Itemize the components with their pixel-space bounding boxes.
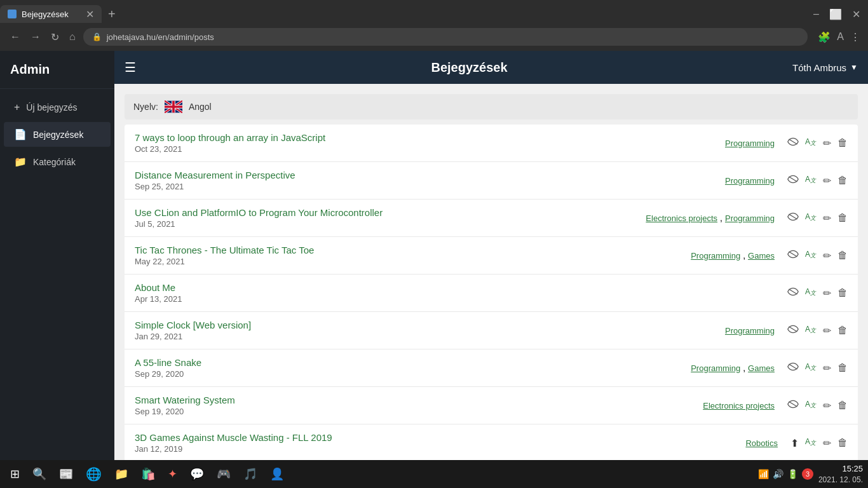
post-date: Sep 29, 2020: [135, 369, 683, 379]
visibility-icon[interactable]: [787, 137, 799, 149]
category-link[interactable]: Games: [748, 363, 775, 373]
tab-favicon: [8, 10, 17, 18]
refresh-button[interactable]: ↻: [48, 29, 62, 46]
system-tray-icons: 📶 🔊 🔋 3: [758, 468, 813, 480]
maximize-icon[interactable]: ⬜: [829, 8, 842, 20]
forward-button[interactable]: →: [28, 29, 43, 45]
category-link[interactable]: Electronics projects: [646, 214, 717, 223]
taskbar-spotify[interactable]: 🎵: [238, 464, 262, 484]
taskbar-search[interactable]: 🔍: [27, 464, 51, 484]
edit-icon[interactable]: ✏: [823, 175, 831, 187]
post-title[interactable]: Distance Measurement in Perspective: [135, 170, 295, 180]
post-date: Apr 13, 2021: [135, 294, 767, 304]
translate-icon[interactable]: A文: [805, 399, 817, 412]
taskbar-teams[interactable]: 👤: [265, 464, 289, 484]
browser-menu-icon[interactable]: ⋮: [850, 31, 860, 43]
category-link[interactable]: Robotics: [745, 438, 778, 448]
edit-icon[interactable]: ✏: [823, 400, 831, 412]
taskbar-figma[interactable]: ✦: [163, 464, 182, 484]
translate-icon[interactable]: A文: [805, 249, 817, 262]
new-post-icon: +: [14, 102, 20, 113]
translate-icon[interactable]: A文: [805, 437, 817, 449]
delete-icon[interactable]: 🗑: [837, 400, 848, 411]
edit-icon[interactable]: ✏: [823, 287, 831, 299]
translate-icon[interactable]: A文: [805, 174, 817, 187]
category-link[interactable]: Programming: [725, 139, 775, 148]
delete-icon[interactable]: 🗑: [837, 175, 848, 186]
edit-icon[interactable]: ✏: [823, 362, 831, 374]
sidebar-item-posts[interactable]: 📄 Bejegyzések: [4, 122, 111, 147]
post-title[interactable]: Simple Clock [Web version]: [135, 320, 251, 330]
sidebar: Admin + Új bejegyzés 📄 Bejegyzések 📁 Kat…: [0, 51, 114, 460]
svg-text:文: 文: [810, 402, 817, 409]
translate-icon[interactable]: A文: [805, 212, 817, 224]
new-tab-button[interactable]: +: [102, 7, 122, 22]
category-link[interactable]: Programming: [725, 176, 775, 186]
category-link[interactable]: Games: [748, 251, 775, 261]
tab-close-button[interactable]: ✕: [86, 8, 94, 20]
edit-icon[interactable]: ✏: [823, 325, 831, 337]
delete-icon[interactable]: 🗑: [837, 362, 848, 374]
visibility-icon[interactable]: [787, 287, 799, 299]
minimize-icon[interactable]: –: [813, 8, 819, 20]
delete-icon[interactable]: 🗑: [837, 437, 848, 449]
post-title[interactable]: Smart Watering System: [135, 395, 235, 405]
post-title[interactable]: Tic Tac Thrones - The Ultimate Tic Tac T…: [135, 245, 314, 255]
user-menu[interactable]: Tóth Ambrus ▼: [792, 62, 858, 73]
visibility-icon[interactable]: [787, 362, 799, 374]
category-separator: ,: [743, 363, 745, 373]
category-link[interactable]: Programming: [691, 363, 740, 373]
taskbar-chrome[interactable]: 🌐: [81, 464, 107, 484]
visibility-icon[interactable]: [787, 175, 799, 186]
delete-icon[interactable]: 🗑: [837, 287, 848, 299]
close-icon[interactable]: ✕: [852, 8, 860, 20]
extensions-icon[interactable]: 🧩: [818, 31, 831, 43]
category-link[interactable]: Electronics projects: [703, 401, 775, 410]
delete-icon[interactable]: 🗑: [837, 250, 848, 261]
delete-icon[interactable]: 🗑: [837, 212, 848, 224]
sidebar-item-new-post[interactable]: + Új bejegyzés: [4, 95, 111, 119]
start-button[interactable]: ⊞: [5, 464, 25, 484]
category-link[interactable]: Programming: [725, 214, 775, 223]
category-link[interactable]: Programming: [725, 326, 775, 336]
home-button[interactable]: ⌂: [67, 29, 78, 45]
post-title[interactable]: A 55-line Snake: [135, 357, 201, 368]
back-button[interactable]: ←: [8, 29, 23, 45]
delete-icon[interactable]: 🗑: [837, 325, 848, 336]
url-input[interactable]: 🔒 johetajava.hu/en/admin/posts: [83, 28, 808, 46]
visibility-icon[interactable]: [787, 325, 799, 336]
translate-icon[interactable]: A文: [805, 137, 817, 149]
active-tab[interactable]: Bejegyzések ✕: [0, 5, 102, 23]
tab-title: Bejegyzések: [22, 10, 69, 19]
language-current[interactable]: Angol: [189, 102, 212, 112]
table-row: Distance Measurement in PerspectiveSep 2…: [125, 162, 858, 200]
post-title[interactable]: 3D Games Against Muscle Wasting - FLL 20…: [135, 432, 332, 443]
visibility-icon[interactable]: [787, 250, 799, 261]
edit-icon[interactable]: ✏: [823, 212, 831, 224]
taskbar-widget[interactable]: 📰: [54, 464, 78, 484]
category-link[interactable]: Programming: [691, 251, 740, 261]
translate-icon[interactable]: A文: [805, 287, 817, 299]
edit-icon[interactable]: ✏: [823, 250, 831, 262]
taskbar-store[interactable]: 🛍️: [136, 464, 160, 484]
translate-icon[interactable]: A文: [805, 362, 817, 374]
sidebar-item-categories[interactable]: 📁 Kategóriák: [4, 149, 111, 174]
taskbar-app[interactable]: 🎮: [212, 464, 236, 484]
taskbar-messenger[interactable]: 💬: [185, 464, 209, 484]
post-title[interactable]: Use CLion and PlatformIO to Program Your…: [135, 207, 383, 218]
notification-badge[interactable]: 3: [802, 468, 813, 480]
visibility-icon[interactable]: [787, 400, 799, 411]
sidebar-item-label-posts: Bejegyzések: [33, 130, 83, 140]
visibility-icon[interactable]: [787, 212, 799, 224]
post-title[interactable]: 7 ways to loop through an array in JavaS…: [135, 132, 325, 143]
post-title[interactable]: About Me: [135, 282, 175, 293]
edit-icon[interactable]: ✏: [823, 137, 831, 149]
delete-icon[interactable]: 🗑: [837, 137, 848, 149]
svg-text:文: 文: [810, 327, 817, 334]
profile-icon[interactable]: A: [837, 31, 844, 43]
upload-icon[interactable]: ⬆: [790, 437, 799, 449]
translate-icon[interactable]: A文: [805, 324, 817, 337]
taskbar-explorer[interactable]: 📁: [109, 464, 133, 484]
menu-button[interactable]: ☰: [125, 60, 136, 75]
edit-icon[interactable]: ✏: [823, 437, 831, 449]
